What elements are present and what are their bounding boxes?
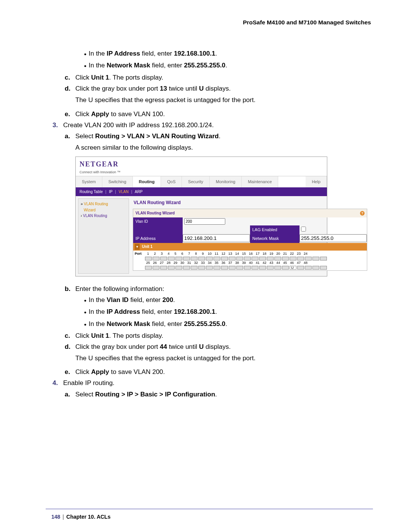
router-screenshot: NETGEAR Connect with Innovation ™ System…	[75, 157, 327, 276]
step-d-note: The U specifies that the egress packet i…	[75, 95, 371, 105]
lag-label: LAG Enabled	[250, 225, 299, 234]
step-e: e. Click Apply to save VLAN 100.	[65, 109, 371, 119]
port-4[interactable]	[168, 257, 175, 260]
step-3e: e. Click Apply to save VLAN 200.	[65, 367, 371, 377]
step-4: 4. Enable IP routing.	[53, 378, 371, 388]
mask-input[interactable]	[299, 234, 367, 242]
port-22[interactable]	[305, 257, 312, 260]
bullet-mask-200: • In the Network Mask field, enter 255.2…	[82, 319, 371, 330]
port-12[interactable]	[229, 257, 236, 260]
port-19[interactable]	[282, 257, 289, 260]
port-40[interactable]	[259, 266, 266, 270]
subnav-arp[interactable]: ARP	[135, 190, 143, 194]
port-38[interactable]	[244, 266, 251, 270]
port-31[interactable]	[191, 266, 198, 270]
tab-maintenance[interactable]: Maintenance	[242, 176, 278, 187]
port-47[interactable]	[312, 266, 319, 270]
footer: 148|Chapter 10. ACLs	[51, 514, 110, 520]
port-48[interactable]	[320, 266, 327, 270]
tab-routing[interactable]: Routing	[133, 176, 161, 187]
port-29[interactable]	[175, 266, 182, 270]
port-37[interactable]	[236, 266, 243, 270]
port-25[interactable]	[145, 266, 152, 270]
unit-toggle[interactable]: Unit 1	[142, 244, 153, 250]
step-3c: c. Click Unit 1. The ports display.	[65, 331, 371, 341]
box-title: VLAN Routing Wizard	[135, 210, 175, 216]
tab-monitoring[interactable]: Monitoring	[210, 176, 242, 187]
port-9[interactable]	[206, 257, 213, 260]
port-36[interactable]	[229, 266, 236, 270]
port-21[interactable]	[297, 257, 304, 260]
port-39[interactable]	[252, 266, 258, 270]
netgear-logo: NETGEAR	[80, 159, 323, 170]
step-d: d. Click the gray box under port 13 twic…	[65, 84, 371, 94]
lag-checkbox[interactable]	[301, 227, 306, 232]
port-17[interactable]	[267, 257, 274, 260]
step-3a: a. Select Routing > VLAN > VLAN Routing …	[65, 131, 371, 141]
port-15[interactable]	[252, 257, 258, 260]
port-34[interactable]	[213, 266, 220, 270]
tab-qos[interactable]: QoS	[161, 176, 182, 187]
step-3d-note: The U specifies that the egress packet i…	[75, 353, 371, 363]
port-46[interactable]	[305, 266, 312, 270]
bullet-ip-100: • In the IP Address field, enter 192.168…	[82, 49, 371, 59]
step-3b: b. Enter the following information:	[65, 284, 371, 294]
vlan-id-label: Vlan ID	[133, 217, 183, 226]
subnav-ip[interactable]: IP	[109, 190, 112, 194]
sub-nav: Routing Table | IP | VLAN | ARP	[76, 187, 327, 197]
port-28[interactable]	[168, 266, 175, 270]
port-5[interactable]	[175, 257, 182, 260]
port-23[interactable]	[312, 257, 319, 260]
port-6[interactable]	[183, 257, 190, 260]
port-33[interactable]	[206, 266, 213, 270]
port-11[interactable]	[221, 257, 228, 260]
doc-body: • In the IP Address field, enter 192.168…	[40, 49, 371, 399]
port-10[interactable]	[213, 257, 220, 260]
port-13[interactable]	[236, 257, 243, 260]
port-14[interactable]	[244, 257, 251, 260]
port-24[interactable]	[320, 257, 327, 260]
port-41[interactable]	[267, 266, 274, 270]
ip-label: IP Address	[133, 234, 183, 243]
port-35[interactable]	[221, 266, 228, 270]
bullet-mask-100: • In the Network Mask field, enter 255.2…	[82, 61, 371, 71]
port-18[interactable]	[274, 257, 281, 260]
help-icon[interactable]: ?	[360, 211, 365, 216]
step-3a-note: A screen similar to the following displa…	[75, 143, 371, 153]
mask-label: Network Mask	[250, 234, 299, 243]
ip-input[interactable]	[183, 234, 250, 242]
port-3[interactable]	[160, 257, 167, 260]
port-30[interactable]	[183, 266, 190, 270]
port-32[interactable]	[198, 266, 205, 270]
port-44[interactable]	[290, 266, 296, 270]
port-1[interactable]	[145, 257, 152, 260]
doc-header: ProSafe M4100 and M7100 Managed Switches	[40, 19, 371, 26]
bullet-vlanid-200: • In the Vlan ID field, enter 200.	[82, 295, 371, 306]
tab-system[interactable]: System	[76, 176, 102, 187]
step-3: 3. Create VLAN 200 with IP address 192.1…	[53, 120, 371, 130]
port-43[interactable]	[282, 266, 289, 270]
port-16[interactable]	[259, 257, 266, 260]
subnav-vlan[interactable]: VLAN	[119, 190, 129, 194]
step-c: c. Click Unit 1. The ports display.	[65, 73, 371, 83]
subnav-routing-table[interactable]: Routing Table	[80, 190, 103, 194]
port-45[interactable]	[297, 266, 304, 270]
port-7[interactable]	[191, 257, 198, 260]
footer-rule	[46, 509, 373, 509]
netgear-tagline: Connect with Innovation ™	[80, 170, 323, 175]
vlan-id-input[interactable]	[184, 218, 225, 225]
tab-help[interactable]: Help	[306, 176, 327, 187]
tab-security[interactable]: Security	[182, 176, 210, 187]
port-26[interactable]	[153, 266, 159, 270]
step-4a: a. Select Routing > IP > Basic > IP Conf…	[65, 390, 371, 399]
main-tabs: SystemSwitchingRoutingQoSSecurityMonitor…	[76, 176, 327, 187]
bullet-ip-200: • In the IP Address field, enter 192.168…	[82, 307, 371, 318]
port-8[interactable]	[198, 257, 205, 260]
port-42[interactable]	[274, 266, 281, 270]
tab-switching[interactable]: Switching	[102, 176, 133, 187]
port-2[interactable]	[153, 257, 159, 260]
step-3d: d. Click the gray box under port 44 twic…	[65, 342, 371, 352]
sidebar: » VLAN Routing Wizard › VLAN Routing	[78, 198, 129, 273]
port-27[interactable]	[160, 266, 167, 270]
port-20[interactable]	[290, 257, 296, 260]
